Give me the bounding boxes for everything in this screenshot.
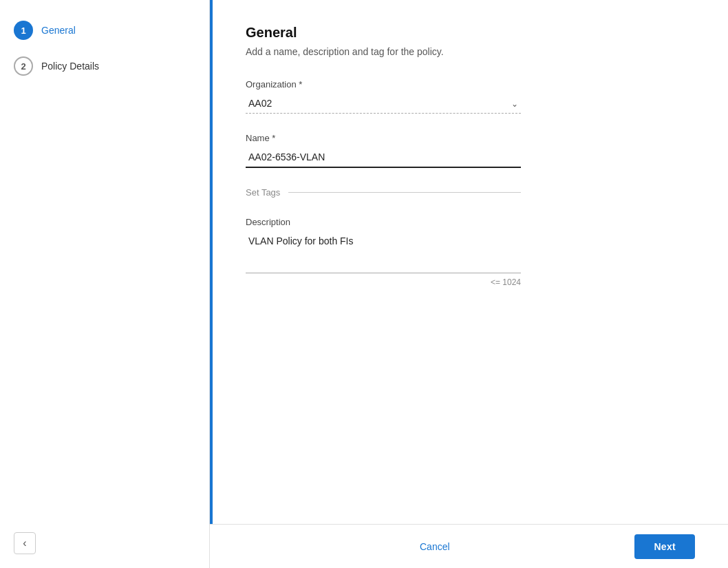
page-title: General: [246, 25, 695, 41]
back-button[interactable]: ‹: [14, 532, 36, 554]
step-circle-1: 1: [14, 21, 33, 40]
description-label: Description: [246, 217, 695, 227]
char-limit: <= 1024: [246, 277, 521, 287]
section-subtitle: Add a name, description and tag for the …: [246, 46, 695, 57]
sidebar-item-general[interactable]: 1 General: [14, 21, 195, 40]
name-input[interactable]: [246, 147, 521, 168]
set-tags-group: Set Tags: [246, 187, 695, 198]
main-layout: 1 General 2 Policy Details ‹ General Add…: [0, 0, 728, 568]
organization-select[interactable]: AA02: [246, 94, 521, 114]
organization-group: Organization * AA02 ⌄: [246, 79, 695, 114]
cancel-button[interactable]: Cancel: [420, 536, 450, 558]
content-area: General Add a name, description and tag …: [210, 0, 728, 568]
footer: Cancel Next: [210, 524, 728, 568]
set-tags-row: Set Tags: [246, 187, 521, 198]
next-button[interactable]: Next: [634, 534, 695, 559]
sidebar-item-policy-details[interactable]: 2 Policy Details: [14, 56, 195, 76]
sidebar: 1 General 2 Policy Details ‹: [0, 0, 210, 568]
description-group: Description <span class="spell-underline…: [246, 217, 695, 287]
content-scroll: General Add a name, description and tag …: [210, 0, 728, 524]
name-group: Name *: [246, 133, 695, 168]
step-label-general: General: [41, 25, 76, 36]
step-label-policy-details: Policy Details: [41, 61, 99, 72]
chevron-left-icon: ‹: [23, 537, 26, 549]
description-textarea[interactable]: <span class="spell-underline">VLAN</span…: [246, 231, 521, 273]
organization-select-wrapper[interactable]: AA02 ⌄: [246, 94, 521, 114]
set-tags-divider: [288, 192, 521, 193]
organization-label: Organization *: [246, 79, 695, 90]
name-label: Name *: [246, 133, 695, 143]
step-circle-2: 2: [14, 56, 33, 76]
set-tags-label: Set Tags: [246, 187, 280, 198]
